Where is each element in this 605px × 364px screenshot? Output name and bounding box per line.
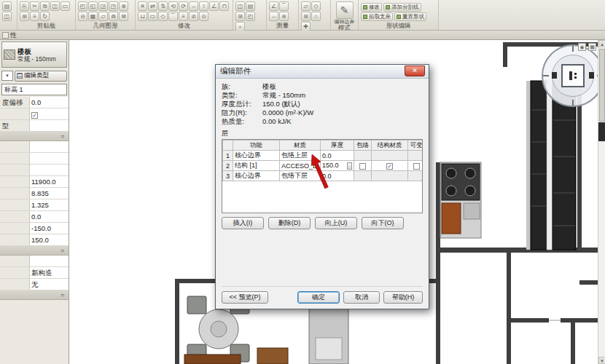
- property-row[interactable]: 1.325: [0, 199, 69, 211]
- angle-icon[interactable]: ∠: [269, 1, 278, 11]
- ribbon-tool-icon[interactable]: ⌒: [168, 12, 178, 21]
- ribbon-tool-icon[interactable]: ⊓: [219, 1, 229, 11]
- dimension-icon[interactable]: ↔: [269, 12, 278, 21]
- col-thickness[interactable]: 厚度: [321, 141, 354, 151]
- thickness-cell[interactable]: 150.0: [321, 161, 354, 171]
- cut-icon[interactable]: ✂: [30, 1, 39, 11]
- col-variable[interactable]: 可变: [408, 141, 424, 151]
- ribbon-tool-icon[interactable]: ⊞: [301, 12, 311, 21]
- row-number[interactable]: 3: [223, 171, 233, 181]
- paste-icon[interactable]: ⎘: [20, 1, 29, 11]
- ribbon-tool-icon[interactable]: ⊙: [199, 12, 208, 21]
- property-row[interactable]: 11900.0: [0, 176, 69, 188]
- function-cell[interactable]: 结构 [1]: [233, 161, 280, 171]
- type-selector[interactable]: 楼板 常规 - 150mm: [1, 41, 67, 68]
- rotate-icon[interactable]: ⟲: [168, 1, 178, 11]
- property-row[interactable]: [0, 256, 69, 267]
- ribbon-tool-icon[interactable]: ◰: [246, 12, 255, 21]
- property-row[interactable]: 0.0: [0, 211, 69, 223]
- ribbon-group-label[interactable]: 剪贴板: [20, 22, 73, 30]
- offset-icon[interactable]: ↕: [199, 1, 208, 11]
- trim-icon[interactable]: ∠: [209, 1, 219, 11]
- wall[interactable]: [436, 162, 440, 250]
- ribbon-group-label[interactable]: 几何图形: [78, 22, 133, 30]
- structural-material-checkbox[interactable]: ✓: [386, 163, 393, 170]
- match-type-icon[interactable]: ◫: [50, 1, 60, 11]
- ribbon-group-label[interactable]: 修改: [138, 22, 230, 30]
- palette-icon[interactable]: ◫: [2, 12, 12, 21]
- function-cell[interactable]: 核心边界: [233, 171, 280, 181]
- ribbon-tool-icon[interactable]: ≋: [279, 12, 289, 21]
- pick-supports-button[interactable]: 拾取支座: [361, 12, 393, 21]
- col-wraps[interactable]: 包络: [354, 141, 372, 151]
- edit-boundary-icon[interactable]: ✎: [336, 1, 354, 19]
- copy-icon[interactable]: ⧉: [40, 1, 50, 11]
- row-number[interactable]: 1: [223, 151, 233, 161]
- cabinet-back-panel[interactable]: [526, 81, 531, 250]
- property-row[interactable]: [0, 153, 69, 165]
- property-section-header[interactable]: ≈: [0, 132, 69, 141]
- col-function[interactable]: 功能: [233, 141, 280, 151]
- wall[interactable]: [503, 42, 507, 67]
- wall[interactable]: [561, 318, 598, 323]
- wraps-checkbox[interactable]: [359, 163, 366, 170]
- ribbon-tool-icon[interactable]: ▦: [88, 12, 98, 21]
- sideboard[interactable]: [184, 355, 241, 364]
- type-selector-dropdown[interactable]: ▾: [1, 71, 13, 81]
- ribbon-tool-icon[interactable]: ⊞: [20, 12, 29, 21]
- col-structural[interactable]: 结构材质: [372, 141, 408, 151]
- property-row[interactable]: 新构造: [0, 267, 69, 279]
- down-button[interactable]: 向下(O): [362, 217, 404, 229]
- ribbon-tool-icon[interactable]: ⊞: [235, 12, 245, 21]
- ribbon-tool-icon[interactable]: ⋓: [119, 12, 128, 21]
- wall[interactable]: [436, 250, 440, 364]
- property-row[interactable]: ✓: [0, 108, 69, 120]
- cope-icon[interactable]: ◰: [78, 1, 87, 11]
- viewcube-home-icon[interactable]: ▦: [588, 43, 596, 51]
- property-row[interactable]: 无: [0, 279, 69, 290]
- col-material[interactable]: 材质: [280, 141, 321, 151]
- ribbon-tool-icon[interactable]: ▭: [148, 12, 157, 21]
- wall[interactable]: [571, 323, 575, 364]
- ribbon-tool-icon[interactable]: ▤: [246, 1, 255, 11]
- property-row[interactable]: 度偏移 0.0: [0, 97, 69, 108]
- join-icon[interactable]: ◲: [98, 1, 108, 11]
- wall[interactable]: [175, 279, 179, 364]
- property-row[interactable]: -150.0: [0, 223, 69, 234]
- material-cell[interactable]: 包络下层: [280, 171, 321, 181]
- edit-boundary-label[interactable]: 编辑边界: [333, 19, 356, 24]
- property-row[interactable]: 型: [0, 120, 69, 132]
- ribbon-tool-icon[interactable]: ◇: [311, 1, 321, 11]
- scroll-down-arrow[interactable]: ▼: [598, 357, 605, 364]
- ribbon-tool-icon[interactable]: ▱: [301, 1, 311, 11]
- property-row[interactable]: [0, 165, 69, 176]
- wall[interactable]: [508, 318, 549, 323]
- reset-shape-button[interactable]: 重置形状: [394, 12, 426, 21]
- ribbon-tool-icon[interactable]: ◳: [109, 1, 118, 11]
- ribbon-group-label[interactable]: 形状编辑: [361, 22, 436, 30]
- ribbon-tool-icon[interactable]: ⊔: [138, 12, 147, 21]
- ribbon-group-label[interactable]: 模式: [333, 24, 356, 30]
- ribbon-tool-icon[interactable]: ◫: [235, 1, 245, 11]
- scrollbar-thumb[interactable]: [599, 49, 605, 122]
- move-icon[interactable]: ⇄: [148, 1, 157, 11]
- kitchen-cabinet[interactable]: [442, 203, 461, 234]
- insert-button[interactable]: 插入(I): [222, 217, 264, 229]
- mirror-icon[interactable]: ⟳: [179, 1, 188, 11]
- ribbon-tool-icon[interactable]: ▱: [98, 12, 108, 21]
- add-split-line-button[interactable]: 添加分割线: [383, 3, 421, 12]
- ribbon-tool-icon[interactable]: ⌂: [311, 12, 321, 21]
- panel-toggle-icon[interactable]: [2, 32, 9, 39]
- property-section-header[interactable]: ≈: [0, 290, 69, 300]
- layer-row[interactable]: 2 结构 [1] ACCESO_BL... 150.0 ✓: [223, 161, 424, 171]
- ribbon-tool-icon[interactable]: ≡: [30, 12, 39, 21]
- preview-button[interactable]: << 预览(P): [222, 291, 268, 304]
- material-cell[interactable]: 包络上层: [280, 151, 321, 161]
- view-cube[interactable]: [561, 64, 585, 87]
- ribbon-tool-icon[interactable]: ⋒: [109, 12, 118, 21]
- wall[interactable]: [507, 253, 511, 364]
- row-number[interactable]: 2: [223, 161, 233, 171]
- up-button[interactable]: 向上(U): [315, 217, 357, 229]
- modify-sub-elements-button[interactable]: 修改: [361, 3, 382, 12]
- edit-type-button[interactable]: 编辑类型: [15, 71, 67, 82]
